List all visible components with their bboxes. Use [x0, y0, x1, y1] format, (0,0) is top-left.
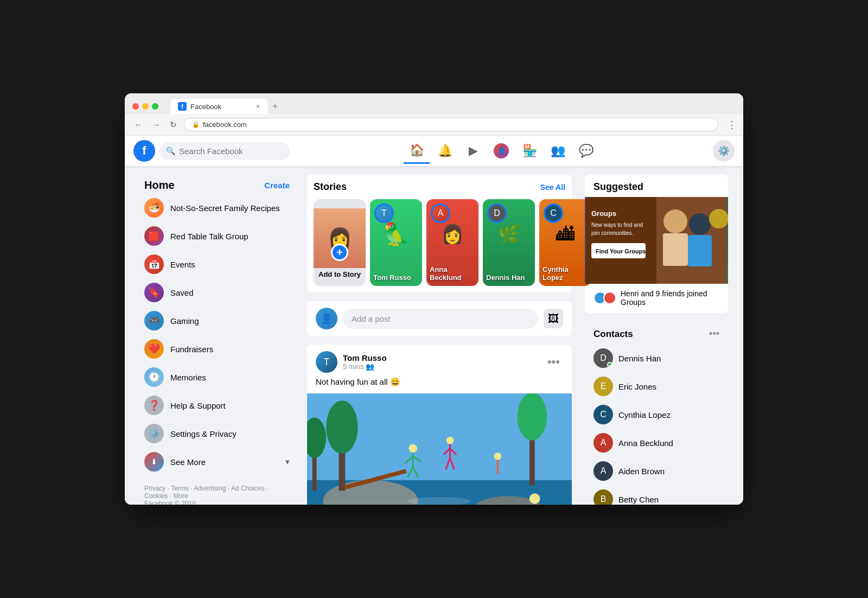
sidebar-item-saved[interactable]: 🔖 Saved [140, 278, 294, 307]
friends-avatars [593, 291, 616, 304]
story-cynthia-lopez[interactable]: C 🏙 Cynthia Lopez [539, 199, 591, 286]
sidebar-item-settings[interactable]: ⚙️ Settings & Privacy [140, 419, 294, 448]
footer-advertising[interactable]: Advertising [194, 485, 226, 492]
footer-cookies[interactable]: Cookies [144, 492, 168, 500]
tab-close-button[interactable]: ✕ [256, 103, 260, 110]
sidebar-label-gaming: Gaming [170, 316, 199, 326]
sidebar-label-fundraisers: Fundraisers [170, 345, 213, 354]
stories-header: Stories See All [314, 181, 565, 193]
svg-text:Groups: Groups [591, 209, 616, 218]
sidebar-label-memories: Memories [170, 373, 206, 382]
address-bar[interactable]: 🔒 facebook.com [184, 118, 718, 131]
sidebar-item-red-table-talk[interactable]: 🟥 Red Table Talk Group [140, 222, 294, 250]
sidebar-item-events[interactable]: 📅 Events [140, 250, 294, 278]
active-tab[interactable]: f Facebook ✕ [170, 99, 268, 114]
contact-avatar-cynthia: C [593, 405, 613, 424]
fundraisers-icon: ❤️ [144, 339, 164, 359]
settings-privacy-icon: ⚙️ [144, 424, 164, 443]
contact-item-betty-chen[interactable]: B Betty Chen [589, 485, 724, 505]
sidebar-item-help[interactable]: ❓ Help & Support [140, 391, 294, 419]
maximize-button[interactable] [152, 103, 158, 110]
suggested-card-groups: Groups New ways to find and join communi… [585, 197, 728, 284]
search-input[interactable] [159, 142, 290, 160]
svg-point-35 [663, 209, 687, 233]
nav-right: ⚙️ [713, 140, 735, 162]
nav-profile-button[interactable]: 👤 [488, 138, 514, 164]
story-name-anna: Anna Becklund [430, 265, 475, 282]
footer-more[interactable]: More [173, 492, 188, 500]
back-button[interactable]: ← [131, 118, 145, 131]
contact-item-aiden-brown[interactable]: A Aiden Brown [589, 457, 724, 485]
add-post-input[interactable]: Add a post [343, 309, 538, 329]
suggested-section: Suggested [585, 175, 728, 313]
footer-terms[interactable]: Terms [171, 485, 189, 492]
facebook-logo[interactable]: f [133, 140, 155, 162]
footer-copyright: Facebook © 2019 [144, 500, 196, 505]
post-author-name[interactable]: Tom Russo [343, 353, 544, 362]
sidebar-item-family-recipes[interactable]: 🍜 Not-So-Secret Family Recipes [140, 194, 294, 222]
refresh-button[interactable]: ↻ [167, 118, 180, 131]
story-name-dennis: Dennis Han [486, 273, 532, 282]
suggested-info: Henri and 9 friends joined Groups [585, 284, 728, 313]
photo-video-button[interactable]: 🖼 [544, 309, 563, 328]
contact-avatar-dennis: D [593, 348, 613, 368]
story-name-tom: Tom Russo [373, 273, 419, 282]
contacts-title: Contacts [593, 329, 633, 340]
contact-item-dennis-han[interactable]: D Dennis Han [589, 344, 724, 372]
new-tab-button[interactable]: + [268, 101, 283, 112]
settings-button[interactable]: ⚙️ [713, 140, 735, 162]
sidebar-label-settings: Settings & Privacy [170, 429, 237, 438]
stories-see-all-button[interactable]: See All [540, 183, 565, 192]
contact-item-cynthia-lopez[interactable]: C Cynthia Lopez [589, 400, 724, 429]
nav-groups-button[interactable]: 👥 [545, 138, 571, 164]
nav-messenger-button[interactable]: 💬 [573, 138, 599, 164]
stories-list: 👩 + Add to Story T 🦜 Tom Russo [314, 199, 565, 286]
friend-avatar-2 [603, 291, 616, 304]
sidebar-item-memories[interactable]: 🕐 Memories [140, 363, 294, 391]
story-tom-russo[interactable]: T 🦜 Tom Russo [370, 199, 422, 286]
browser-toolbar: ← → ↻ 🔒 facebook.com ⋮ [125, 114, 743, 136]
gaming-icon: 🎮 [144, 311, 164, 330]
browser-titlebar: f Facebook ✕ + [125, 93, 743, 114]
contact-name-anna-becklund: Anna Becklund [618, 438, 673, 448]
main-layout: Home Create 🍜 Not-So-Secret Family Recip… [136, 166, 732, 505]
add-story-card[interactable]: 👩 + Add to Story [314, 199, 366, 286]
footer-ad-choices[interactable]: Ad Choices [231, 485, 264, 492]
sidebar-label-red-table-talk: Red Table Talk Group [170, 232, 248, 241]
suggested-header: Suggested [585, 175, 728, 197]
friends-joined-text: Henri and 9 friends joined Groups [621, 289, 719, 307]
sidebar-item-see-more[interactable]: ⬇ See More ▾ [140, 448, 294, 476]
sidebar-item-fundraisers[interactable]: ❤️ Fundraisers [140, 335, 294, 363]
nav-home-button[interactable]: 🏠 [404, 138, 430, 164]
story-avatar-cynthia: C [544, 203, 563, 223]
svg-text:join communities.: join communities. [591, 230, 633, 236]
search-wrapper: 🔍 [159, 142, 290, 160]
forward-button[interactable]: → [149, 118, 163, 131]
sidebar-footer: Privacy · Terms · Advertising · Ad Choic… [140, 476, 294, 505]
story-anna-becklund[interactable]: A 👩 Anna Becklund [426, 199, 478, 286]
story-dennis-han[interactable]: D 🌿 Dennis Han [483, 199, 535, 286]
sidebar-item-gaming[interactable]: 🎮 Gaming [140, 307, 294, 335]
contact-name-dennis-han: Dennis Han [618, 354, 661, 363]
nav-marketplace-button[interactable]: 🏪 [516, 138, 542, 164]
svg-text:New ways to find and: New ways to find and [591, 222, 643, 228]
post-more-button[interactable]: ••• [544, 352, 563, 372]
contact-item-anna-becklund[interactable]: A Anna Becklund [589, 429, 724, 457]
browser-more-button[interactable]: ⋮ [727, 119, 737, 131]
create-post-row: 👤 Add a post 🖼 [316, 308, 563, 329]
svg-point-27 [529, 493, 540, 504]
svg-point-11 [409, 444, 417, 453]
create-button[interactable]: Create [264, 181, 290, 190]
nav-notifications-button[interactable]: 🔔 [432, 138, 458, 164]
family-recipes-icon: 🍜 [144, 198, 164, 218]
contact-avatar-eric: E [593, 377, 613, 396]
nav-watch-button[interactable]: ▶ [460, 138, 486, 164]
story-avatar-anna: A [431, 203, 450, 223]
contacts-more-button[interactable]: ••• [709, 328, 719, 340]
contact-item-eric-jones[interactable]: E Eric Jones [589, 372, 724, 400]
close-button[interactable] [132, 103, 139, 110]
url-display: facebook.com [203, 120, 247, 129]
tab-favicon: f [178, 102, 187, 111]
minimize-button[interactable] [142, 103, 149, 110]
footer-privacy[interactable]: Privacy [144, 485, 165, 492]
